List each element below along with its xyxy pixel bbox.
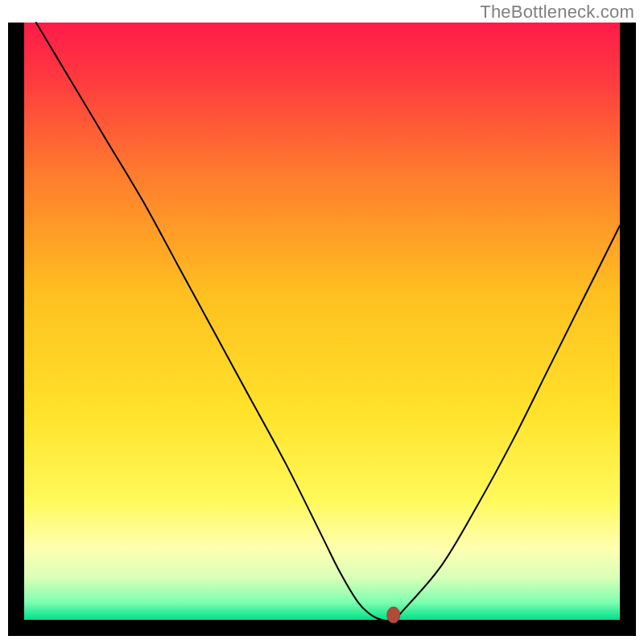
credit-label: TheBottleneck.com [480,2,634,23]
chart-svg [0,0,644,644]
axis-bottom [8,620,636,636]
axis-left [8,23,24,620]
axis-right [620,23,636,620]
current-config-marker [387,607,400,623]
plot-area [24,23,620,620]
